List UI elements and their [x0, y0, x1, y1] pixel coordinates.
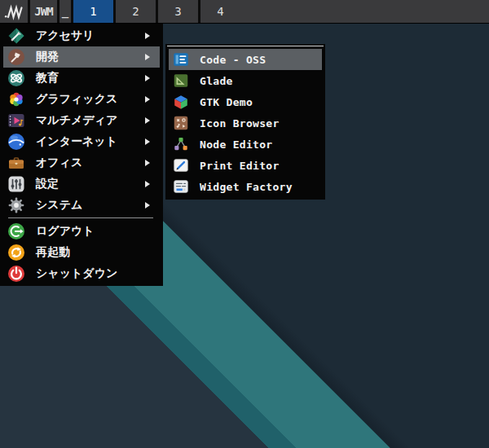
menu-item-label: インターネット — [36, 134, 117, 149]
taskbar-window-button[interactable]: _ — [59, 0, 71, 23]
submenu-item-print-editor[interactable]: Print Editor — [169, 155, 322, 176]
submenu-arrow-icon — [145, 181, 150, 187]
menu-item-label: 再起動 — [36, 245, 70, 260]
menu-item-label: マルチメディア — [36, 113, 117, 128]
submenu-item-icon-browser[interactable]: Icon Browser — [169, 112, 322, 134]
root-menu: アクセサリ 開発 — [0, 24, 163, 286]
accessories-icon — [7, 26, 26, 46]
submenu-arrow-icon — [145, 117, 150, 124]
settings-icon — [7, 174, 26, 194]
widget-factory-icon — [172, 178, 190, 195]
menu-item-label: アクセサリ — [36, 29, 95, 43]
menu-item-office[interactable]: オフィス — [3, 152, 160, 173]
internet-icon — [7, 132, 26, 152]
multimedia-icon — [7, 111, 26, 130]
code-oss-icon — [172, 51, 190, 68]
menu-item-shutdown[interactable]: シャットダウン — [3, 263, 160, 284]
workspace-4-label: 4 — [200, 5, 240, 18]
workspace-button-3[interactable]: 3 — [158, 0, 198, 23]
glade-icon — [172, 72, 190, 90]
education-icon — [7, 68, 26, 88]
print-editor-icon — [172, 156, 190, 174]
menu-item-graphics[interactable]: グラフィックス — [3, 89, 160, 110]
submenu-item-label: Glade — [200, 75, 233, 87]
logout-icon — [7, 222, 26, 241]
jwm-menu-button-label: JWM — [34, 5, 52, 18]
menu-item-restart[interactable]: 再起動 — [3, 242, 160, 263]
office-icon — [7, 153, 26, 173]
root-menu-button[interactable] — [0, 0, 28, 23]
submenu-arrow-icon — [145, 96, 150, 103]
node-editor-icon — [172, 135, 190, 153]
menu-item-label: グラフィックス — [36, 92, 117, 107]
jwm-logo-icon — [2, 2, 25, 21]
development-submenu: Code - OSS Glade GTK Demo — [165, 44, 325, 200]
restart-icon — [7, 243, 26, 262]
menu-item-label: システム — [36, 198, 82, 213]
menu-item-accessories[interactable]: アクセサリ — [3, 25, 160, 46]
submenu-item-node-editor[interactable]: Node Editor — [169, 134, 322, 155]
desktop-screen: JWM _ 1 2 3 4 — [0, 0, 489, 448]
menu-item-internet[interactable]: インターネット — [3, 131, 160, 152]
menu-separator — [8, 217, 153, 218]
menu-item-system[interactable]: システム — [3, 195, 160, 216]
jwm-menu-button[interactable]: JWM — [30, 0, 57, 23]
gtk-demo-icon — [172, 93, 190, 111]
submenu-item-gtk-demo[interactable]: GTK Demo — [169, 91, 322, 112]
workspace-3-label: 3 — [174, 5, 181, 18]
submenu-top-border — [167, 46, 324, 46]
development-icon — [7, 47, 26, 67]
system-icon — [7, 195, 26, 215]
graphics-icon — [7, 90, 26, 109]
submenu-arrow-icon — [145, 33, 150, 39]
menu-item-settings[interactable]: 設定 — [3, 173, 160, 195]
menu-item-label: 教育 — [36, 71, 59, 86]
submenu-item-label: GTK Demo — [200, 96, 253, 108]
menu-item-label: オフィス — [36, 156, 82, 170]
submenu-arrow-icon — [145, 54, 150, 60]
submenu-item-label: Widget Factory — [200, 181, 293, 193]
submenu-arrow-icon — [145, 138, 150, 145]
icon-browser-icon — [172, 114, 190, 132]
taskbar-panel: JWM _ 1 2 3 4 — [0, 0, 489, 24]
menu-item-label: 設定 — [36, 177, 59, 191]
workspace-button-4[interactable]: 4 — [200, 0, 489, 23]
submenu-item-label: Icon Browser — [200, 117, 280, 130]
menu-item-development[interactable]: 開発 — [3, 46, 160, 68]
submenu-item-label: Node Editor — [200, 138, 272, 151]
menu-item-education[interactable]: 教育 — [3, 68, 160, 89]
taskbar-window-label: _ — [62, 5, 68, 18]
submenu-arrow-icon — [145, 75, 150, 81]
menu-item-label: シャットダウン — [36, 266, 117, 281]
submenu-item-glade[interactable]: Glade — [169, 70, 322, 91]
menu-item-logout[interactable]: ログアウト — [3, 221, 160, 242]
submenu-item-label: Print Editor — [200, 160, 280, 172]
workspace-button-2[interactable]: 2 — [116, 0, 156, 23]
menu-item-label: 開発 — [36, 50, 59, 64]
workspace-2-label: 2 — [132, 5, 139, 18]
shutdown-icon — [7, 264, 26, 283]
submenu-item-code-oss[interactable]: Code - OSS — [169, 49, 322, 70]
submenu-item-label: Code - OSS — [200, 54, 266, 66]
workspace-button-1[interactable]: 1 — [73, 0, 113, 23]
menu-item-multimedia[interactable]: マルチメディア — [3, 110, 160, 131]
submenu-arrow-icon — [145, 160, 150, 166]
submenu-item-widget-factory[interactable]: Widget Factory — [169, 176, 322, 197]
workspace-1-label: 1 — [90, 5, 96, 18]
menu-item-label: ログアウト — [36, 224, 95, 239]
submenu-arrow-icon — [145, 202, 150, 209]
